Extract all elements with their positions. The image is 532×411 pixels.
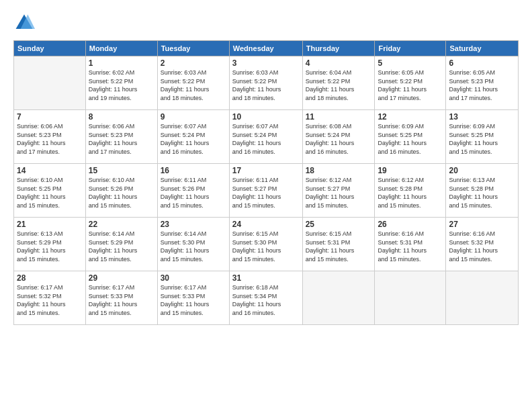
day-number: 18 <box>306 166 372 175</box>
calendar-week-row: 21Sunrise: 6:13 AM Sunset: 5:29 PM Dayli… <box>14 218 519 271</box>
day-info: Sunrise: 6:07 AM Sunset: 5:24 PM Dayligh… <box>232 122 300 156</box>
day-info: Sunrise: 6:11 AM Sunset: 5:26 PM Dayligh… <box>161 176 226 210</box>
calendar-cell: 21Sunrise: 6:13 AM Sunset: 5:29 PM Dayli… <box>14 218 86 271</box>
day-number: 14 <box>17 166 83 175</box>
calendar-cell: 30Sunrise: 6:17 AM Sunset: 5:33 PM Dayli… <box>157 271 229 325</box>
day-number: 19 <box>378 166 443 175</box>
calendar-cell: 4Sunrise: 6:04 AM Sunset: 5:22 PM Daylig… <box>302 56 375 110</box>
calendar-cell: 8Sunrise: 6:06 AM Sunset: 5:23 PM Daylig… <box>85 110 157 164</box>
day-info: Sunrise: 6:17 AM Sunset: 5:33 PM Dayligh… <box>89 283 154 317</box>
day-info: Sunrise: 6:03 AM Sunset: 5:22 PM Dayligh… <box>161 68 226 102</box>
day-number: 1 <box>89 58 154 68</box>
calendar-cell: 12Sunrise: 6:09 AM Sunset: 5:25 PM Dayli… <box>375 110 446 164</box>
day-number: 21 <box>17 220 83 229</box>
day-info: Sunrise: 6:10 AM Sunset: 5:26 PM Dayligh… <box>89 176 154 210</box>
day-number: 15 <box>89 166 154 175</box>
day-info: Sunrise: 6:11 AM Sunset: 5:27 PM Dayligh… <box>232 176 300 210</box>
calendar-cell: 18Sunrise: 6:12 AM Sunset: 5:27 PM Dayli… <box>302 164 375 218</box>
day-info: Sunrise: 6:17 AM Sunset: 5:32 PM Dayligh… <box>17 283 83 317</box>
calendar-cell <box>446 271 519 325</box>
logo <box>13 12 38 34</box>
day-number: 22 <box>89 220 154 229</box>
calendar-cell: 1Sunrise: 6:02 AM Sunset: 5:22 PM Daylig… <box>85 56 157 110</box>
day-info: Sunrise: 6:13 AM Sunset: 5:28 PM Dayligh… <box>449 176 515 210</box>
calendar-cell: 9Sunrise: 6:07 AM Sunset: 5:24 PM Daylig… <box>157 110 229 164</box>
calendar-cell: 25Sunrise: 6:15 AM Sunset: 5:31 PM Dayli… <box>302 218 375 271</box>
calendar-cell: 14Sunrise: 6:10 AM Sunset: 5:25 PM Dayli… <box>14 164 86 218</box>
day-info: Sunrise: 6:13 AM Sunset: 5:29 PM Dayligh… <box>17 230 83 263</box>
day-info: Sunrise: 6:02 AM Sunset: 5:22 PM Dayligh… <box>89 68 154 102</box>
calendar-cell: 20Sunrise: 6:13 AM Sunset: 5:28 PM Dayli… <box>446 164 519 218</box>
calendar-cell: 15Sunrise: 6:10 AM Sunset: 5:26 PM Dayli… <box>85 164 157 218</box>
day-info: Sunrise: 6:10 AM Sunset: 5:25 PM Dayligh… <box>17 176 83 210</box>
calendar-cell: 17Sunrise: 6:11 AM Sunset: 5:27 PM Dayli… <box>229 164 302 218</box>
day-info: Sunrise: 6:12 AM Sunset: 5:27 PM Dayligh… <box>306 176 372 210</box>
day-number: 17 <box>232 166 300 175</box>
weekday-header-monday: Monday <box>85 41 157 56</box>
calendar-cell <box>375 271 446 325</box>
calendar-cell: 6Sunrise: 6:05 AM Sunset: 5:23 PM Daylig… <box>446 56 519 110</box>
day-info: Sunrise: 6:08 AM Sunset: 5:24 PM Dayligh… <box>306 122 372 156</box>
day-info: Sunrise: 6:16 AM Sunset: 5:32 PM Dayligh… <box>449 230 515 263</box>
calendar-cell: 16Sunrise: 6:11 AM Sunset: 5:26 PM Dayli… <box>157 164 229 218</box>
day-number: 20 <box>449 166 515 175</box>
weekday-header-friday: Friday <box>375 41 446 56</box>
day-info: Sunrise: 6:06 AM Sunset: 5:23 PM Dayligh… <box>17 122 83 156</box>
day-number: 12 <box>378 112 443 122</box>
calendar-cell: 13Sunrise: 6:09 AM Sunset: 5:25 PM Dayli… <box>446 110 519 164</box>
weekday-header-wednesday: Wednesday <box>229 41 302 56</box>
day-info: Sunrise: 6:14 AM Sunset: 5:30 PM Dayligh… <box>161 230 226 263</box>
calendar-cell: 7Sunrise: 6:06 AM Sunset: 5:23 PM Daylig… <box>14 110 86 164</box>
day-info: Sunrise: 6:18 AM Sunset: 5:34 PM Dayligh… <box>232 283 300 317</box>
day-number: 10 <box>232 112 300 122</box>
day-number: 6 <box>449 58 515 68</box>
day-number: 2 <box>161 58 226 68</box>
weekday-header-sunday: Sunday <box>14 41 86 56</box>
calendar-week-row: 1Sunrise: 6:02 AM Sunset: 5:22 PM Daylig… <box>14 56 519 110</box>
calendar-table: SundayMondayTuesdayWednesdayThursdayFrid… <box>13 40 519 325</box>
day-info: Sunrise: 6:05 AM Sunset: 5:22 PM Dayligh… <box>378 68 443 102</box>
calendar-cell: 28Sunrise: 6:17 AM Sunset: 5:32 PM Dayli… <box>14 271 86 325</box>
calendar-cell: 24Sunrise: 6:15 AM Sunset: 5:30 PM Dayli… <box>229 218 302 271</box>
calendar-cell: 19Sunrise: 6:12 AM Sunset: 5:28 PM Dayli… <box>375 164 446 218</box>
weekday-header-tuesday: Tuesday <box>157 41 229 56</box>
weekday-header-thursday: Thursday <box>302 41 375 56</box>
day-number: 23 <box>161 220 226 229</box>
day-number: 27 <box>449 220 515 229</box>
day-info: Sunrise: 6:14 AM Sunset: 5:29 PM Dayligh… <box>89 230 154 263</box>
calendar-cell: 11Sunrise: 6:08 AM Sunset: 5:24 PM Dayli… <box>302 110 375 164</box>
day-number: 31 <box>232 273 300 283</box>
day-info: Sunrise: 6:15 AM Sunset: 5:31 PM Dayligh… <box>306 230 372 263</box>
day-info: Sunrise: 6:03 AM Sunset: 5:22 PM Dayligh… <box>232 68 300 102</box>
calendar-cell <box>14 56 86 110</box>
day-number: 30 <box>161 273 226 283</box>
day-info: Sunrise: 6:09 AM Sunset: 5:25 PM Dayligh… <box>449 122 515 156</box>
calendar-cell <box>302 271 375 325</box>
day-number: 5 <box>378 58 443 68</box>
day-info: Sunrise: 6:04 AM Sunset: 5:22 PM Dayligh… <box>306 68 372 102</box>
calendar-week-row: 14Sunrise: 6:10 AM Sunset: 5:25 PM Dayli… <box>14 164 519 218</box>
calendar-cell: 22Sunrise: 6:14 AM Sunset: 5:29 PM Dayli… <box>85 218 157 271</box>
header <box>13 12 519 34</box>
day-info: Sunrise: 6:06 AM Sunset: 5:23 PM Dayligh… <box>89 122 154 156</box>
calendar-cell: 23Sunrise: 6:14 AM Sunset: 5:30 PM Dayli… <box>157 218 229 271</box>
calendar-page: SundayMondayTuesdayWednesdayThursdayFrid… <box>0 0 532 411</box>
day-number: 13 <box>449 112 515 122</box>
calendar-cell: 29Sunrise: 6:17 AM Sunset: 5:33 PM Dayli… <box>85 271 157 325</box>
day-number: 11 <box>306 112 372 122</box>
calendar-cell: 26Sunrise: 6:16 AM Sunset: 5:31 PM Dayli… <box>375 218 446 271</box>
day-number: 28 <box>17 273 83 283</box>
day-number: 4 <box>306 58 372 68</box>
day-number: 16 <box>161 166 226 175</box>
calendar-cell: 31Sunrise: 6:18 AM Sunset: 5:34 PM Dayli… <box>229 271 302 325</box>
day-number: 29 <box>89 273 154 283</box>
day-number: 3 <box>232 58 300 68</box>
day-info: Sunrise: 6:16 AM Sunset: 5:31 PM Dayligh… <box>378 230 443 263</box>
weekday-header-row: SundayMondayTuesdayWednesdayThursdayFrid… <box>14 41 519 56</box>
day-number: 8 <box>89 112 154 122</box>
day-number: 9 <box>161 112 226 122</box>
day-info: Sunrise: 6:05 AM Sunset: 5:23 PM Dayligh… <box>449 68 515 102</box>
calendar-week-row: 28Sunrise: 6:17 AM Sunset: 5:32 PM Dayli… <box>14 271 519 325</box>
calendar-cell: 2Sunrise: 6:03 AM Sunset: 5:22 PM Daylig… <box>157 56 229 110</box>
calendar-cell: 5Sunrise: 6:05 AM Sunset: 5:22 PM Daylig… <box>375 56 446 110</box>
